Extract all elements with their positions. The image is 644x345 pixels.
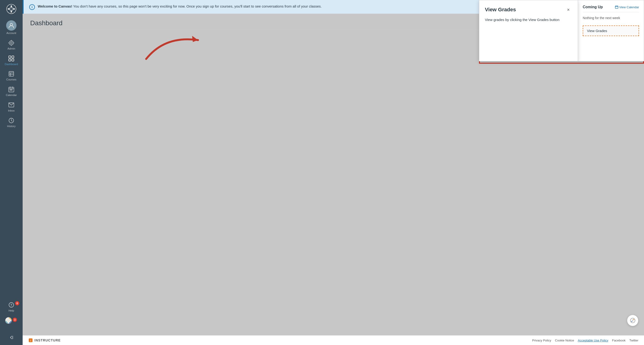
svg-point-45: [633, 319, 634, 320]
canvas-app-badge: 3: [13, 318, 17, 322]
sidebar-item-courses-label: Courses: [6, 78, 16, 81]
coming-up-header: Coming Up View Calendar: [583, 5, 639, 12]
svg-point-5: [8, 8, 9, 10]
footer: i INSTRUCTURE Privacy Policy Cookie Noti…: [23, 335, 644, 345]
svg-rect-20: [12, 59, 14, 61]
canvas-logo[interactable]: [0, 0, 23, 18]
popup-header: View Grades ×: [485, 6, 572, 14]
sidebar-item-dashboard-label: Dashboard: [5, 63, 18, 66]
svg-rect-19: [9, 59, 11, 61]
sidebar: Account Admin Dashboard Course: [0, 0, 23, 345]
sidebar-item-calendar[interactable]: Calendar: [0, 84, 23, 99]
svg-rect-21: [9, 72, 14, 76]
sidebar-item-account-label: Account: [6, 32, 16, 35]
sidebar-item-admin-label: Admin: [8, 47, 15, 51]
sidebar-item-history[interactable]: History: [0, 115, 23, 130]
instructure-logo-icon: i: [28, 338, 33, 343]
popup-body: View grades by clicking the View Grades …: [485, 17, 572, 23]
footer-links: Privacy Policy Cookie Notice Acceptable …: [532, 339, 638, 342]
banner-body: You don't have any courses, so this page…: [72, 4, 322, 8]
footer-acceptable-use[interactable]: Acceptable Use Policy: [578, 339, 608, 342]
svg-text:i: i: [30, 339, 31, 342]
sidebar-item-inbox-label: Inbox: [8, 109, 14, 113]
view-calendar-link[interactable]: View Calendar: [615, 6, 639, 9]
svg-point-4: [10, 11, 12, 13]
view-calendar-label: View Calendar: [619, 6, 639, 9]
svg-point-11: [9, 41, 14, 45]
history-icon: [8, 117, 14, 124]
popup-container: View Grades × View grades by clicking th…: [479, 0, 644, 61]
account-avatar: [6, 20, 16, 31]
svg-point-2: [10, 6, 12, 7]
sidebar-item-inbox[interactable]: Inbox: [0, 99, 23, 115]
sidebar-item-canvas-app[interactable]: 3: [0, 315, 23, 332]
svg-point-12: [10, 42, 12, 44]
svg-line-47: [632, 319, 633, 321]
admin-icon: [8, 40, 14, 46]
calendar-icon: [8, 86, 14, 93]
footer-privacy-policy[interactable]: Privacy Policy: [532, 339, 551, 342]
coming-up-panel: Coming Up View Calendar Nothing for the …: [578, 0, 644, 61]
sidebar-item-admin[interactable]: Admin: [0, 37, 23, 53]
dashboard-area: Dashboard: [23, 14, 644, 335]
sidebar-item-help[interactable]: ? 6 Help: [0, 299, 23, 315]
popup-close-button[interactable]: ×: [564, 6, 572, 14]
svg-point-10: [10, 23, 12, 26]
footer-cookie-notice[interactable]: Cookie Notice: [555, 339, 574, 342]
calendar-small-icon: [615, 6, 618, 9]
inbox-icon: [8, 102, 14, 108]
popup-title: View Grades: [485, 7, 516, 13]
svg-point-3: [14, 8, 15, 10]
sidebar-item-calendar-label: Calendar: [6, 94, 17, 97]
svg-rect-17: [9, 56, 11, 58]
footer-facebook[interactable]: Facebook: [612, 339, 626, 342]
banner-title: Welcome to Canvas!: [38, 4, 72, 8]
float-help-icon: [630, 318, 636, 323]
svg-text:?: ?: [10, 303, 12, 307]
sidebar-collapse-button[interactable]: [0, 332, 23, 343]
footer-twitter[interactable]: Twitter: [630, 339, 638, 342]
svg-rect-18: [12, 56, 14, 58]
coming-up-title: Coming Up: [583, 5, 603, 9]
sidebar-item-history-label: History: [7, 125, 16, 128]
svg-point-46: [631, 321, 632, 322]
view-grades-dashed-button[interactable]: View Grades: [583, 26, 639, 36]
banner-text: Welcome to Canvas! You don't have any co…: [38, 4, 322, 9]
svg-rect-30: [11, 89, 12, 90]
banner-info-icon: i: [29, 4, 35, 10]
view-grades-popup: View Grades × View grades by clicking th…: [479, 0, 578, 61]
help-badge-count: 6: [15, 301, 19, 305]
svg-rect-29: [10, 89, 11, 90]
footer-logo-text: INSTRUCTURE: [34, 338, 60, 342]
svg-rect-40: [615, 6, 618, 9]
footer-logo: i INSTRUCTURE: [28, 338, 60, 343]
sidebar-item-account[interactable]: Account: [0, 18, 23, 37]
coming-up-nothing-text: Nothing for the next week: [583, 14, 639, 22]
float-help-button[interactable]: [627, 315, 638, 326]
courses-icon: [8, 71, 14, 77]
collapse-icon: [8, 334, 14, 341]
sidebar-item-courses[interactable]: Courses: [0, 68, 23, 84]
sidebar-item-help-label: Help: [8, 309, 14, 312]
sidebar-item-dashboard[interactable]: Dashboard: [0, 53, 23, 68]
help-icon: ?: [8, 302, 14, 308]
dashboard-icon: [8, 55, 14, 62]
